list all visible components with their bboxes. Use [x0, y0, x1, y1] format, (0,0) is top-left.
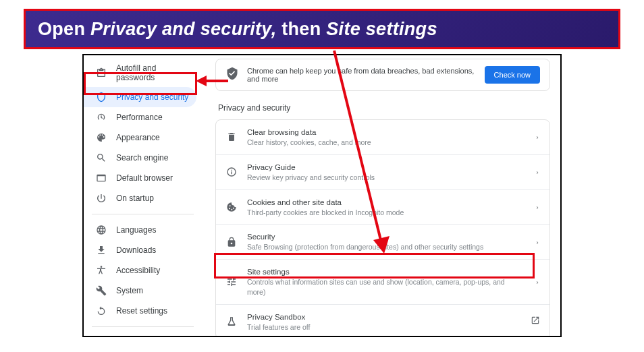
- sidebar-divider: [92, 326, 194, 327]
- row-title: Cookies and other site data: [247, 197, 525, 208]
- external-link-icon: [531, 316, 540, 328]
- row-subtitle: Review key privacy and security controls: [247, 173, 525, 183]
- sidebar-item-extensions[interactable]: Extensions: [84, 332, 202, 337]
- sidebar-item-reset[interactable]: Reset settings: [84, 301, 202, 321]
- sidebar-item-search[interactable]: Search engine: [84, 148, 202, 168]
- sliders-icon: [225, 276, 238, 287]
- row-title: Privacy Sandbox: [247, 312, 521, 322]
- sidebar-label: Reset settings: [116, 306, 167, 316]
- sidebar-label: Languages: [116, 225, 156, 235]
- sidebar-item-privacy[interactable]: Privacy and security: [84, 87, 196, 107]
- section-title: Privacy and security: [218, 103, 550, 113]
- wrench-icon: [96, 285, 107, 296]
- row-body: Privacy Sandbox Trial features are off: [247, 312, 521, 332]
- accessibility-icon: [96, 265, 107, 276]
- lock-icon: [225, 237, 238, 247]
- cookie-icon: [225, 202, 238, 212]
- row-privacy-sandbox[interactable]: Privacy Sandbox Trial features are off: [216, 305, 549, 336]
- sidebar-item-system[interactable]: System: [84, 281, 202, 301]
- shield-icon: [96, 92, 107, 102]
- sidebar-label: Autofill and passwords: [116, 63, 195, 82]
- compass-icon: [225, 167, 238, 177]
- row-clear-browsing-data[interactable]: Clear browsing data Clear history, cooki…: [216, 120, 549, 155]
- row-site-settings[interactable]: Site settings Controls what information …: [216, 260, 549, 304]
- sidebar-label: Downloads: [116, 245, 156, 255]
- row-subtitle: Clear history, cookies, cache, and more: [247, 138, 525, 148]
- speedometer-icon: [96, 112, 107, 123]
- privacy-security-card: Clear browsing data Clear history, cooki…: [215, 119, 550, 336]
- trash-icon: [225, 131, 238, 142]
- check-now-button[interactable]: Check now: [485, 66, 540, 84]
- sidebar-label: On startup: [116, 194, 154, 203]
- clipboard-icon: [96, 67, 107, 78]
- row-body: Cookies and other site data Third-party …: [247, 197, 525, 218]
- sidebar-item-appearance[interactable]: Appearance: [84, 127, 202, 148]
- power-icon: [96, 193, 107, 204]
- sidebar-label: Performance: [116, 113, 163, 122]
- row-subtitle: Controls what information sites can use …: [247, 277, 525, 297]
- annotation-banner: Open Privacy and security, then Site set…: [24, 9, 620, 49]
- chevron-right-icon: [535, 236, 540, 248]
- row-body: Site settings Controls what information …: [247, 266, 525, 297]
- download-icon: [96, 245, 107, 256]
- row-subtitle: Trial features are off: [247, 322, 521, 332]
- sidebar-item-default-browser[interactable]: Default browser: [84, 168, 202, 188]
- chevron-right-icon: [535, 201, 540, 213]
- shield-check-icon: [225, 67, 239, 83]
- sidebar-item-downloads[interactable]: Downloads: [84, 240, 202, 260]
- sidebar-item-startup[interactable]: On startup: [84, 188, 202, 208]
- flask-icon: [225, 316, 238, 327]
- palette-icon: [96, 132, 107, 143]
- sidebar-label: Search engine: [116, 153, 168, 163]
- reset-icon: [96, 305, 107, 316]
- sidebar-item-autofill[interactable]: Autofill and passwords: [84, 59, 202, 87]
- globe-icon: [96, 225, 107, 235]
- safety-check-banner: Chrome can help keep you safe from data …: [215, 59, 550, 91]
- sidebar-item-languages[interactable]: Languages: [84, 220, 202, 240]
- settings-main: Chrome can help keep you safe from data …: [212, 55, 560, 336]
- sidebar-item-performance[interactable]: Performance: [84, 107, 202, 127]
- sidebar-item-accessibility[interactable]: Accessibility: [84, 260, 202, 281]
- annotation-text: Open Privacy and security, then Site set…: [38, 19, 437, 40]
- row-subtitle: Safe Browsing (protection from dangerous…: [247, 242, 525, 252]
- sidebar-label: System: [116, 286, 143, 295]
- safety-check-text: Chrome can help keep you safe from data …: [247, 67, 477, 83]
- settings-sidebar: Autofill and passwords Privacy and secur…: [84, 55, 202, 336]
- row-subtitle: Third-party cookies are blocked in Incog…: [247, 208, 525, 218]
- chevron-right-icon: [535, 166, 540, 178]
- sidebar-label: Appearance: [116, 133, 160, 142]
- row-title: Security: [247, 231, 525, 242]
- row-privacy-guide[interactable]: Privacy Guide Review key privacy and sec…: [216, 155, 549, 190]
- chrome-settings-window: Autofill and passwords Privacy and secur…: [82, 54, 562, 337]
- row-body: Privacy Guide Review key privacy and sec…: [247, 162, 525, 183]
- sidebar-label: Default browser: [116, 173, 173, 183]
- sidebar-label: Accessibility: [116, 266, 160, 275]
- browser-icon: [96, 173, 107, 183]
- row-body: Clear browsing data Clear history, cooki…: [247, 127, 525, 148]
- sidebar-label: Privacy and security: [116, 92, 188, 102]
- row-body: Security Safe Browsing (protection from …: [247, 231, 525, 252]
- search-icon: [96, 152, 107, 163]
- chevron-right-icon: [535, 276, 540, 288]
- row-title: Privacy Guide: [247, 162, 525, 173]
- sidebar-divider: [92, 214, 194, 214]
- row-title: Site settings: [247, 266, 525, 277]
- row-cookies[interactable]: Cookies and other site data Third-party …: [216, 190, 549, 225]
- row-security[interactable]: Security Safe Browsing (protection from …: [216, 225, 549, 260]
- chevron-right-icon: [535, 131, 540, 143]
- row-title: Clear browsing data: [247, 127, 525, 138]
